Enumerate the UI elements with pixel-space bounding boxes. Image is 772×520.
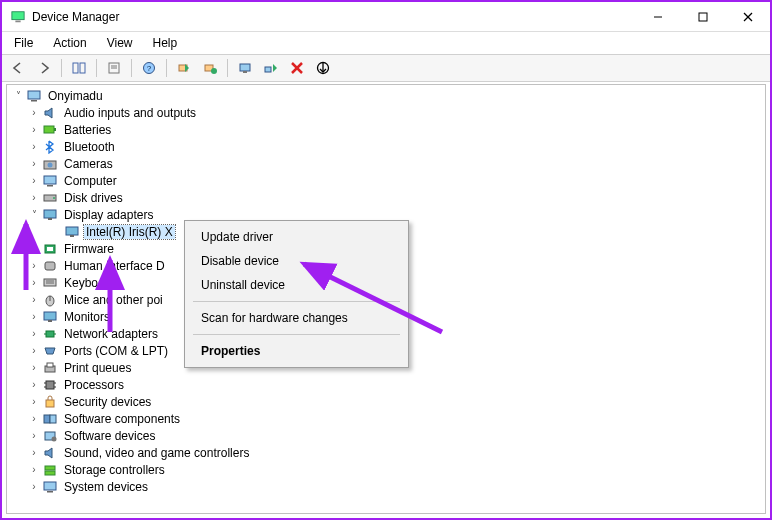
device-category-icon: [42, 309, 58, 325]
device-category-icon: [42, 207, 58, 223]
category-label: Software devices: [62, 429, 157, 443]
chevron-right-icon[interactable]: ›: [27, 480, 41, 494]
chevron-right-icon[interactable]: ›: [27, 293, 41, 307]
tree-category[interactable]: ›Cameras: [7, 155, 765, 172]
device-category-icon: [42, 122, 58, 138]
uninstall-device-button[interactable]: [285, 57, 309, 79]
close-button[interactable]: [725, 3, 770, 31]
ctx-properties[interactable]: Properties: [187, 339, 406, 363]
tree-root[interactable]: ˅ Onyimadu: [7, 87, 765, 104]
device-category-icon: [42, 411, 58, 427]
tree-category[interactable]: ›Storage controllers: [7, 461, 765, 478]
chevron-right-icon[interactable]: ›: [27, 259, 41, 273]
chevron-right-icon[interactable]: ›: [27, 157, 41, 171]
chevron-right-icon[interactable]: ›: [27, 123, 41, 137]
svg-rect-50: [47, 363, 53, 367]
chevron-right-icon[interactable]: ›: [27, 361, 41, 375]
chevron-right-icon[interactable]: ›: [27, 242, 41, 256]
category-label: Batteries: [62, 123, 113, 137]
chevron-right-icon[interactable]: ›: [27, 276, 41, 290]
forward-button[interactable]: [32, 57, 56, 79]
add-legacy-hardware-button[interactable]: [198, 57, 222, 79]
enable-device-button[interactable]: [259, 57, 283, 79]
toolbar-separator: [166, 59, 167, 77]
chevron-right-icon[interactable]: ›: [27, 327, 41, 341]
chevron-right-icon[interactable]: ›: [27, 310, 41, 324]
tree-category[interactable]: ›Bluetooth: [7, 138, 765, 155]
device-category-icon: [42, 139, 58, 155]
chevron-right-icon[interactable]: ›: [27, 191, 41, 205]
chevron-right-icon[interactable]: ›: [27, 106, 41, 120]
tree-category[interactable]: ›Disk drives: [7, 189, 765, 206]
chevron-right-icon[interactable]: ›: [27, 378, 41, 392]
tree-category[interactable]: ›Computer: [7, 172, 765, 189]
tree-category[interactable]: ›Batteries: [7, 121, 765, 138]
chevron-right-icon[interactable]: ›: [27, 344, 41, 358]
tree-category[interactable]: ›Security devices: [7, 393, 765, 410]
svg-rect-45: [48, 320, 52, 322]
scan-hardware-button[interactable]: [172, 57, 196, 79]
chevron-right-icon[interactable]: ›: [27, 429, 41, 443]
help-button[interactable]: ?: [137, 57, 161, 79]
chevron-down-icon[interactable]: ˅: [27, 208, 41, 222]
toolbar-separator: [227, 59, 228, 77]
svg-rect-51: [46, 381, 54, 389]
device-category-icon: [42, 360, 58, 376]
chevron-right-icon[interactable]: ›: [27, 412, 41, 426]
svg-rect-38: [45, 262, 55, 270]
svg-rect-7: [80, 63, 85, 73]
svg-rect-25: [54, 128, 56, 131]
svg-point-27: [48, 162, 53, 167]
device-category-icon: [42, 156, 58, 172]
category-label: Ports (COM & LPT): [62, 344, 170, 358]
properties-button[interactable]: [102, 57, 126, 79]
category-label: Sound, video and game controllers: [62, 446, 251, 460]
category-label: Bluetooth: [62, 140, 117, 154]
chevron-down-icon[interactable]: ˅: [11, 89, 25, 103]
svg-rect-6: [73, 63, 78, 73]
svg-rect-35: [70, 235, 74, 237]
menu-file[interactable]: File: [6, 34, 41, 52]
tree-category[interactable]: ›Software devices: [7, 427, 765, 444]
disable-device-button[interactable]: [311, 57, 335, 79]
context-menu: Update driver Disable device Uninstall d…: [184, 220, 409, 368]
menu-help[interactable]: Help: [145, 34, 186, 52]
tree-category[interactable]: ›System devices: [7, 478, 765, 495]
device-category-icon: [42, 445, 58, 461]
chevron-right-icon[interactable]: ›: [27, 140, 41, 154]
tree-category[interactable]: ›Sound, video and game controllers: [7, 444, 765, 461]
tree-category[interactable]: ›Processors: [7, 376, 765, 393]
back-button[interactable]: [6, 57, 30, 79]
ctx-separator: [193, 301, 400, 302]
svg-rect-3: [699, 13, 707, 21]
ctx-separator: [193, 334, 400, 335]
maximize-button[interactable]: [680, 3, 725, 31]
menu-action[interactable]: Action: [45, 34, 94, 52]
category-label: Disk drives: [62, 191, 125, 205]
update-driver-button[interactable]: [233, 57, 257, 79]
show-hide-console-button[interactable]: [67, 57, 91, 79]
menu-view[interactable]: View: [99, 34, 141, 52]
device-category-icon: [42, 343, 58, 359]
chevron-right-icon[interactable]: ›: [27, 174, 41, 188]
menubar: File Action View Help: [2, 32, 770, 54]
ctx-scan-hardware[interactable]: Scan for hardware changes: [187, 306, 406, 330]
ctx-disable-device[interactable]: Disable device: [187, 249, 406, 273]
svg-rect-22: [28, 91, 40, 99]
chevron-right-icon[interactable]: ›: [27, 463, 41, 477]
tree-category[interactable]: ›Software components: [7, 410, 765, 427]
ctx-uninstall-device[interactable]: Uninstall device: [187, 273, 406, 297]
svg-rect-33: [48, 218, 52, 220]
ctx-update-driver[interactable]: Update driver: [187, 225, 406, 249]
tree-category[interactable]: ›Audio inputs and outputs: [7, 104, 765, 121]
device-category-icon: [42, 326, 58, 342]
computer-icon: [26, 88, 42, 104]
minimize-button[interactable]: [635, 3, 680, 31]
category-label: Network adapters: [62, 327, 160, 341]
device-label: Intel(R) Iris(R) X: [84, 225, 175, 239]
svg-rect-63: [44, 482, 56, 490]
chevron-right-icon[interactable]: ›: [27, 395, 41, 409]
chevron-right-icon[interactable]: ›: [27, 446, 41, 460]
device-category-icon: [42, 292, 58, 308]
svg-rect-61: [45, 466, 55, 470]
